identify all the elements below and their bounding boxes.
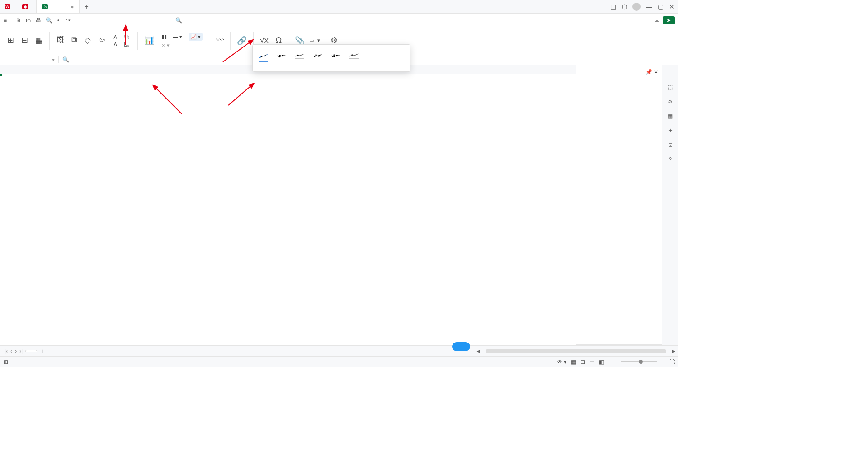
select-all-corner[interactable]	[0, 65, 18, 74]
line-type-2-icon[interactable]	[277, 53, 286, 62]
svg-point-3	[352, 54, 353, 56]
menu-icon[interactable]: ≡	[4, 17, 7, 24]
first-sheet-icon[interactable]: |‹	[5, 348, 8, 354]
print-icon[interactable]: 🖶	[36, 17, 41, 24]
app-icon[interactable]: ◫	[610, 3, 616, 10]
line-type-1-icon[interactable]	[259, 53, 268, 62]
separator	[137, 32, 138, 50]
tab-workbook[interactable]: S●	[37, 0, 80, 13]
save-icon[interactable]: 🗎	[16, 17, 21, 24]
chart-quick-group: ▮▮ ▬ ▾ 📈 ▾ ⊙ ▾	[159, 33, 205, 48]
all-charts-button[interactable]: 📊	[142, 35, 157, 46]
open-icon[interactable]: 🗁	[26, 17, 31, 24]
new-tab-button[interactable]: +	[80, 3, 93, 11]
app-logo[interactable]: W	[0, 4, 17, 9]
line-type-6-icon[interactable]	[349, 53, 359, 62]
column-chart-icon[interactable]: ▮▮	[161, 34, 167, 40]
view-normal-icon[interactable]: ▦	[571, 359, 576, 365]
symbol-button[interactable]: Ω	[273, 36, 284, 45]
zoom-slider[interactable]	[621, 361, 657, 362]
sheet-icon: S	[42, 4, 48, 9]
icons-button[interactable]: ☺	[95, 35, 109, 46]
horizontal-scrollbar[interactable]	[486, 349, 666, 353]
picture-button[interactable]: 🖼	[53, 35, 67, 46]
minimize-button[interactable]: —	[646, 3, 652, 10]
line-chart-dropdown	[252, 44, 410, 72]
sheet-bar-right: ◄ ►	[476, 348, 676, 354]
spreadsheet-grid[interactable]	[0, 65, 576, 367]
title-left: W ◆ S● +	[0, 0, 93, 13]
collapse-icon[interactable]: —	[668, 70, 673, 76]
status-right: 👁 ▾ ▦ ⊡ ▭ ◧ − + ⛶	[557, 359, 675, 365]
last-sheet-icon[interactable]: ›|	[19, 348, 23, 354]
pin-icon[interactable]: 📌	[646, 69, 652, 75]
table-button[interactable]: ▦	[33, 35, 46, 46]
svg-point-0	[316, 54, 317, 56]
mindmap-icon[interactable]: ⿺	[124, 42, 129, 47]
doc-icon: ◆	[22, 4, 28, 9]
chart-subtype-row	[257, 53, 406, 62]
name-box[interactable]: ▾	[0, 56, 59, 63]
sheet-nav: |‹ ‹ › ›|	[2, 348, 25, 354]
close-icon[interactable]: ●	[71, 4, 74, 10]
avatar[interactable]	[632, 3, 641, 11]
pivot-chart-button[interactable]: ⊟	[19, 35, 31, 46]
tab-templates[interactable]: ◆	[17, 0, 37, 13]
settings-icon[interactable]: ⚙	[668, 99, 673, 105]
sheet-bar: |‹ ‹ › ›| + ◄ ►	[0, 345, 678, 356]
cube-icon[interactable]: ⬡	[622, 3, 627, 10]
next-sheet-icon[interactable]: ›	[15, 348, 17, 354]
more-icon[interactable]: ⋯	[668, 171, 673, 177]
status-icon[interactable]: ⊞	[4, 359, 8, 365]
shapes-button[interactable]: ◇	[82, 35, 94, 46]
view-read-icon[interactable]: ◧	[599, 359, 604, 365]
line-type-5-icon[interactable]	[331, 53, 340, 62]
flowchart-icon[interactable]: ⿻	[124, 34, 129, 40]
bar-chart-icon[interactable]: ▬ ▾	[173, 34, 182, 40]
fullscreen-icon[interactable]: ⛶	[669, 359, 675, 365]
help-icon[interactable]: ?	[669, 156, 672, 163]
tool2-icon[interactable]: ✦	[668, 127, 673, 134]
search-icon[interactable]: 🔍	[175, 17, 182, 24]
screenshot-button[interactable]: ⧉	[69, 35, 80, 46]
menu-right: ☁ ➤	[654, 16, 675, 24]
scroll-right-icon[interactable]: ►	[671, 348, 676, 354]
pivot-table-button[interactable]: ⊞	[5, 35, 17, 46]
eye-icon[interactable]: 👁 ▾	[557, 359, 566, 365]
tool3-icon[interactable]: ⊡	[668, 142, 673, 148]
textbox-icon[interactable]: A	[113, 42, 117, 47]
add-sheet-button[interactable]: +	[37, 348, 47, 354]
search-fx-icon[interactable]: 🔍	[62, 56, 69, 63]
undo-icon[interactable]: ↶	[57, 17, 61, 24]
form-control-button[interactable]: ▭ ▾	[309, 38, 320, 43]
equation-button[interactable]: √x	[257, 36, 271, 45]
tool1-icon[interactable]: ▦	[668, 113, 673, 119]
select-icon[interactable]: ⬚	[668, 84, 673, 90]
line-type-4-icon[interactable]	[313, 53, 322, 62]
view-custom-icon[interactable]: ▭	[590, 359, 594, 365]
close-button[interactable]: ✕	[669, 3, 675, 10]
zoom-out-button[interactable]: −	[613, 359, 616, 365]
separator	[49, 32, 50, 50]
redo-icon[interactable]: ↷	[66, 17, 71, 24]
preview-icon[interactable]: 🔍	[46, 17, 52, 24]
right-sidebar: — ⬚ ⚙ ▦ ✦ ⊡ ? ⋯	[662, 65, 678, 367]
separator	[209, 32, 209, 50]
watermark-tag	[452, 342, 470, 351]
zoom-in-button[interactable]: +	[661, 359, 665, 365]
prev-sheet-icon[interactable]: ‹	[10, 348, 12, 354]
share-button[interactable]: ➤	[663, 16, 675, 24]
cloud-icon[interactable]: ☁	[654, 17, 659, 24]
menu-bar: ≡ 🗎 🗁 🖶 🔍 ↶ ↷ 🔍 ☁ ➤	[0, 14, 678, 27]
title-bar: W ◆ S● + ◫ ⬡ — ▢ ✕	[0, 0, 678, 14]
sheet-tab[interactable]	[25, 350, 37, 352]
wordart-icon[interactable]: A	[113, 34, 117, 40]
maximize-button[interactable]: ▢	[658, 3, 664, 10]
sparkline-button[interactable]: 〰	[213, 36, 226, 45]
close-pane-icon[interactable]: ✕	[654, 69, 658, 75]
line-type-3-icon[interactable]	[295, 53, 304, 62]
link-button[interactable]: 🔗	[234, 36, 250, 46]
scroll-left-icon[interactable]: ◄	[476, 348, 481, 354]
line-chart-button[interactable]: 📈 ▾	[189, 33, 203, 41]
view-page-icon[interactable]: ⊡	[580, 359, 585, 365]
